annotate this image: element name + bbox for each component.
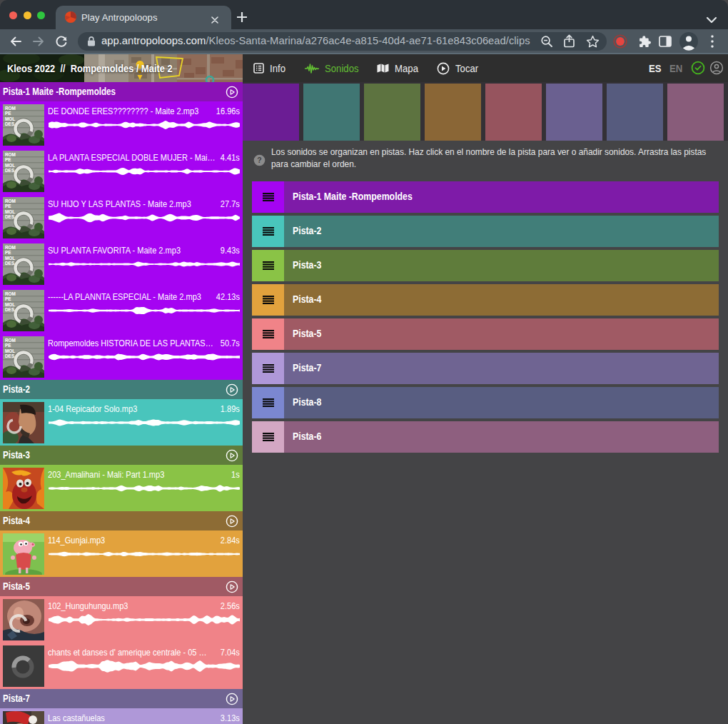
svg-text:ROM: ROM bbox=[5, 106, 16, 111]
svg-text:DES: DES bbox=[5, 214, 15, 219]
svg-text:PE: PE bbox=[5, 203, 11, 208]
svg-text:MOL: MOL bbox=[5, 116, 15, 121]
svg-text:?: ? bbox=[257, 156, 261, 164]
svg-text:ROM: ROM bbox=[5, 152, 16, 157]
svg-text:MOL: MOL bbox=[5, 209, 15, 214]
svg-text:PE: PE bbox=[5, 343, 11, 348]
svg-text:DES: DES bbox=[5, 261, 15, 266]
svg-text:PE: PE bbox=[5, 250, 11, 255]
svg-text:DES: DES bbox=[5, 121, 15, 126]
svg-text:ROM: ROM bbox=[5, 198, 16, 203]
svg-text:MOL: MOL bbox=[5, 256, 15, 261]
svg-text:ROM: ROM bbox=[5, 245, 16, 250]
svg-text:PE: PE bbox=[5, 111, 11, 116]
svg-text:PE: PE bbox=[5, 296, 11, 301]
svg-text:ROM: ROM bbox=[5, 291, 16, 296]
svg-text:MOL: MOL bbox=[5, 163, 15, 168]
svg-text:MOL: MOL bbox=[5, 348, 15, 353]
svg-text:DES: DES bbox=[5, 353, 15, 358]
svg-text:MOL: MOL bbox=[5, 302, 15, 307]
svg-text:PE: PE bbox=[5, 157, 11, 162]
svg-text:DES: DES bbox=[5, 168, 15, 173]
svg-text:DES: DES bbox=[5, 307, 15, 312]
svg-text:ROM: ROM bbox=[5, 338, 16, 343]
